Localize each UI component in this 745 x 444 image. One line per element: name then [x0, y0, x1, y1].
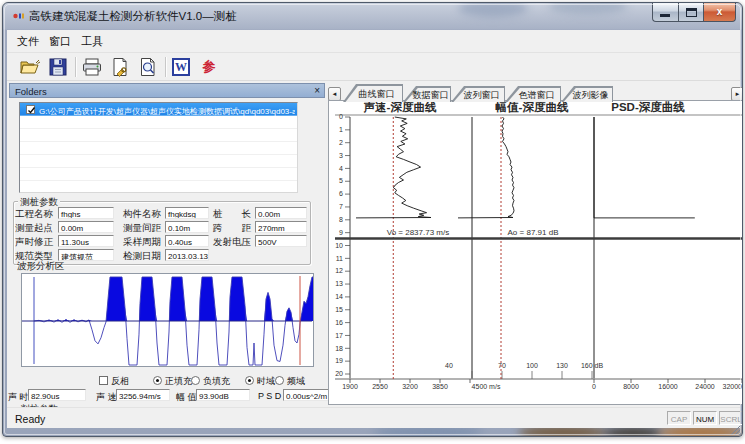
resize-grip[interactable] — [729, 423, 741, 435]
list-item[interactable] — [20, 155, 297, 168]
menu-item-0[interactable]: 文件 — [17, 34, 39, 49]
param-field-0[interactable]: fhghs — [58, 207, 114, 219]
close-button[interactable]: x — [704, 3, 736, 22]
param-field-1[interactable]: fhgkdsg — [165, 207, 209, 219]
readout-label-3: P S D — [258, 391, 281, 401]
params-icon: 参 — [200, 58, 218, 76]
svg-text:5: 5 — [339, 177, 343, 184]
param-label-6: 声时修正 — [15, 236, 53, 249]
folders-panel-header[interactable]: Folders × — [9, 83, 325, 98]
fill-positive-radio-dot — [156, 379, 159, 382]
param-field-3[interactable]: 0.00m — [58, 221, 114, 233]
tab-2[interactable]: 波列窗口 — [451, 86, 505, 102]
svg-text:160 dB: 160 dB — [581, 362, 604, 369]
fill-negative-radio-label: 负填充 — [203, 375, 230, 388]
curve-panel: ◄ ► 曲线窗口数据窗口波列窗口色谱窗口波列影像 012345678910111… — [327, 83, 743, 434]
maximize-icon — [686, 8, 697, 17]
tab-4[interactable]: 波列影像 — [561, 86, 613, 102]
svg-text:12: 12 — [335, 267, 343, 274]
fill-positive-radio[interactable] — [153, 376, 162, 385]
svg-text:8: 8 — [339, 216, 343, 223]
svg-text:4: 4 — [339, 165, 343, 172]
title-bar[interactable]: 高铁建筑混凝土检测分析软件V1.0—测桩 x — [3, 3, 742, 29]
param-field-2[interactable]: 0.00m — [255, 207, 307, 219]
domain-freq-radio[interactable] — [275, 376, 284, 385]
readout-field-0[interactable]: 82.90us — [28, 389, 86, 401]
maximize-button[interactable] — [678, 3, 704, 22]
tab-3-label: 色谱窗口 — [505, 89, 561, 102]
list-item[interactable] — [20, 116, 297, 129]
status-message: Ready — [15, 413, 45, 425]
waveform-box[interactable] — [21, 273, 314, 367]
svg-text:19: 19 — [335, 357, 343, 364]
folders-panel-title: Folders — [15, 86, 47, 97]
svg-text:32000: 32000 — [723, 383, 743, 390]
toolbar: W 参 — [7, 54, 740, 81]
item-path-label: G:\公司产品设计开发\超声仪器\超声仪实地检测数据调试\qd\qd03\qd0… — [39, 106, 295, 117]
svg-text:18: 18 — [335, 345, 343, 352]
list-item[interactable] — [20, 181, 297, 193]
param-label-5: 跨 距 — [205, 222, 251, 235]
open-folder-button[interactable] — [19, 56, 41, 78]
window-title: 高铁建筑混凝土检测分析软件V1.0—测桩 — [29, 9, 237, 24]
invert-checkbox[interactable] — [99, 376, 108, 385]
list-item[interactable] — [20, 142, 297, 155]
minimize-button[interactable] — [652, 3, 678, 22]
param-field-5[interactable]: 270mm — [255, 221, 307, 233]
print-preview-button[interactable] — [137, 56, 159, 78]
open-folder-icon — [19, 56, 41, 78]
list-item[interactable] — [20, 129, 297, 142]
toolbar-separator-1 — [75, 57, 76, 77]
svg-text:幅值-深度曲线: 幅值-深度曲线 — [495, 101, 569, 113]
menu-item-2[interactable]: 工具 — [81, 34, 103, 49]
svg-text:100: 100 — [526, 362, 538, 369]
param-field-9[interactable]: 建筑规范 — [58, 249, 114, 261]
folders-close-icon[interactable]: × — [314, 85, 320, 96]
word-export-button[interactable]: W — [170, 56, 192, 78]
domain-time-radio[interactable] — [245, 376, 254, 385]
list-item[interactable]: G:\公司产品设计开发\超声仪器\超声仪实地检测数据调试\qd\qd03\qd0… — [20, 103, 297, 116]
folder-list[interactable]: G:\公司产品设计开发\超声仪器\超声仪实地检测数据调试\qd\qd03\qd0… — [19, 102, 298, 193]
tab-3[interactable]: 色谱窗口 — [505, 86, 561, 102]
item-checkbox[interactable] — [26, 105, 35, 114]
svg-text:14: 14 — [335, 293, 343, 300]
status-cap: CAP — [667, 411, 691, 425]
tab-2-label: 波列窗口 — [451, 89, 505, 102]
param-field-6[interactable]: 11.30us — [58, 235, 114, 247]
readout-field-1[interactable]: 3256.94m/s — [116, 389, 170, 401]
readout-field-3[interactable]: 0.00us^2/m — [283, 389, 331, 401]
param-field-8[interactable]: 500V — [255, 235, 307, 247]
param-field-10[interactable]: 2013.03.13 — [165, 249, 209, 261]
print-setup-button[interactable] — [109, 56, 131, 78]
save-button[interactable] — [47, 56, 69, 78]
tab-scroll-left-button[interactable]: ◄ — [328, 87, 341, 101]
param-field-4[interactable]: 0.10m — [165, 221, 209, 233]
svg-text:3200: 3200 — [402, 383, 418, 390]
param-label-3: 测量起点 — [15, 222, 53, 235]
status-num: NUM — [693, 411, 717, 425]
param-label-10: 检测日期 — [123, 250, 161, 263]
app-icon — [13, 11, 25, 21]
print-button[interactable] — [81, 56, 103, 78]
menu-bar: 文件窗口工具 — [7, 30, 740, 53]
readout-field-2[interactable]: 93.90dB — [196, 389, 250, 401]
params-button[interactable]: 参 — [198, 56, 220, 78]
tab-4-label: 波列影像 — [561, 89, 613, 102]
chart-area: 01234567891011121314151617181920声速-深度曲线1… — [328, 100, 743, 405]
tab-0[interactable]: 曲线窗口 — [343, 84, 403, 102]
tab-scroll-right-button[interactable]: ► — [731, 87, 743, 101]
svg-text:40: 40 — [445, 362, 453, 369]
menu-item-1[interactable]: 窗口 — [49, 34, 71, 49]
toolbar-separator-2 — [165, 57, 166, 77]
list-item[interactable] — [20, 168, 297, 181]
svg-text:24000: 24000 — [695, 383, 715, 390]
param-label-7: 采样周期 — [123, 236, 161, 249]
print-preview-icon — [137, 56, 159, 78]
fill-positive-radio-label: 正填充 — [165, 375, 192, 388]
param-field-7[interactable]: 0.40us — [165, 235, 209, 247]
svg-text:11: 11 — [336, 255, 343, 262]
tab-1[interactable]: 数据窗口 — [403, 86, 451, 102]
fill-negative-radio[interactable] — [191, 376, 200, 385]
domain-freq-radio-label: 频域 — [287, 375, 305, 388]
svg-text:声速-深度曲线: 声速-深度曲线 — [364, 101, 437, 113]
